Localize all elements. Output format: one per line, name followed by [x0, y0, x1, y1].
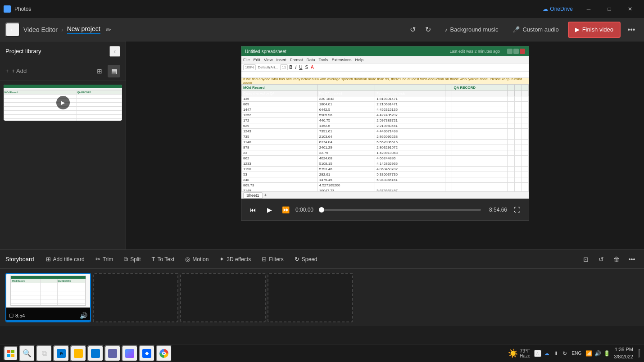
ss-menu-bar: File Edit View Insert Format Data Tools … [241, 56, 529, 63]
ss-close [520, 49, 525, 54]
title-bar-left: Photos [4, 5, 31, 13]
table-row: 214910047.735.675537497 [242, 188, 529, 192]
more-storyboard-button[interactable]: ••• [625, 253, 639, 266]
table-row: 8782461.292.803291572 [242, 145, 529, 150]
table-row: 8624024.084.66244886 [242, 156, 529, 161]
onedrive-label: OneDrive [550, 6, 573, 12]
total-time: 8:54.66 [485, 207, 507, 213]
view-toggle: ⊞ ▤ [93, 65, 120, 77]
table-row: 11905793.464.868453782 [242, 167, 529, 172]
text-icon: T [152, 256, 155, 262]
storyboard-title: Storyboard [5, 256, 34, 262]
finish-icon: ▶ [575, 26, 580, 33]
background-music-button[interactable]: ♪ Background music [439, 22, 503, 38]
teams-icon [108, 349, 117, 358]
taskbar-mail-button[interactable] [87, 345, 104, 362]
storyboard-clip[interactable]: ■ MOd RecordQA RECORD 8691804.01254 1447… [5, 273, 91, 322]
more-options-button[interactable]: ••• [624, 23, 639, 37]
title-bar: Photos ☁ OneDrive ─ □ ✕ [0, 0, 644, 18]
sync-tray-icon: ↻ [561, 350, 568, 357]
fast-forward-button[interactable]: ⏩ [279, 204, 292, 216]
maximize-button[interactable]: □ [599, 0, 620, 18]
window-controls: ☁ OneDrive ─ □ ✕ [543, 0, 640, 18]
table-row: 13525905.964.427485207 [242, 113, 529, 118]
close-button[interactable]: ✕ [620, 0, 640, 18]
clip-duration: ▢ 8:54 [9, 312, 25, 318]
skip-back-button[interactable]: ⏮ [247, 204, 259, 216]
add-media-bar: + + Add ⊞ ▤ [0, 61, 126, 81]
ss-notice-bar: If we find anyone who has accuracy below… [241, 78, 529, 84]
storyboard-placeholder-1 [93, 273, 178, 322]
edit-project-name-icon[interactable]: ✏ [106, 26, 111, 33]
add-title-card-button[interactable]: ⊞ Add title card [41, 253, 89, 266]
speed-button[interactable]: ↻ Speed [290, 253, 322, 266]
show-desktop-button[interactable] [639, 349, 640, 358]
minimize-button[interactable]: ─ [578, 0, 599, 18]
table-row: 12335108.154.142862936 [242, 161, 529, 167]
clip-progress-bar [6, 320, 90, 321]
ss-minimize [507, 49, 512, 54]
filters-button[interactable]: ⊟ Filters [257, 253, 288, 266]
back-button[interactable]: ← [5, 23, 20, 37]
ss-title-bar: Untitled spreadsheet Last edit was 2 min… [241, 46, 529, 56]
undo-redo-controls: ↺ ↻ [406, 23, 435, 37]
ss-window-controls [507, 49, 525, 54]
finish-video-label: Finish video [582, 26, 613, 33]
taskbar-file-explorer-button[interactable] [70, 345, 86, 362]
search-taskbar-button[interactable]: 🔍 [19, 345, 35, 362]
motion-button[interactable]: ◎ Motion [181, 253, 213, 266]
redo-button[interactable]: ↻ [421, 23, 435, 37]
weather-widget[interactable]: ☀️ 79°F Haze [508, 348, 530, 358]
taskbar-chrome-button[interactable] [156, 345, 172, 362]
list-view-button[interactable]: ▤ [108, 65, 120, 77]
video-preview-container: Untitled spreadsheet Last edit was 2 min… [241, 46, 529, 221]
media-grid: MOd Record QA RECORD 8691804.01254 14476… [0, 81, 126, 249]
speed-icon: ↻ [295, 256, 299, 262]
search-icon: 🔍 [23, 349, 32, 357]
taskbar-teams-button[interactable] [104, 345, 121, 362]
play-button[interactable]: ▶ [263, 204, 276, 216]
table-row: 53282.615.336037736 [242, 172, 529, 177]
progress-bar[interactable] [322, 209, 481, 211]
table-row: 2332.751.423913043 [242, 150, 529, 156]
ss-data-table: MOd Record QA RECORD Cases checked b [241, 84, 529, 191]
delete-button[interactable]: 🗑 [610, 253, 623, 266]
crop-button[interactable]: ⊡ [579, 253, 593, 266]
svg-rect-3 [11, 354, 14, 357]
clip-spreadsheet-preview: MOd RecordQA RECORD 8691804.01254 144764… [6, 274, 90, 308]
progress-thumb [319, 207, 324, 213]
mail-icon [91, 349, 100, 358]
fullscreen-button[interactable]: ⛶ [511, 204, 523, 216]
finish-video-button[interactable]: ▶ Finish video [568, 22, 621, 38]
trim-button[interactable]: ✂ Trim [91, 253, 118, 266]
trim-icon: ✂ [95, 256, 100, 262]
split-icon: ⧉ [124, 256, 128, 263]
table-row: 14476442.54.452315135 [242, 107, 529, 113]
tray-expand-button[interactable]: ∧ [534, 350, 541, 357]
text-button[interactable]: T To Text [147, 253, 179, 266]
battery-icon: 🔋 [603, 350, 610, 357]
rotate-button[interactable]: ↺ [594, 253, 608, 266]
media-item[interactable]: MOd Record QA RECORD 8691804.01254 14476… [4, 85, 122, 121]
taskbar-dropbox-button[interactable]: ◆ [139, 345, 155, 362]
start-button[interactable] [4, 346, 18, 361]
motion-label: Motion [192, 256, 209, 262]
preview-area: Untitled spreadsheet Last edit was 2 min… [126, 41, 644, 249]
undo-button[interactable]: ↺ [406, 23, 420, 37]
app-bar: ← Video Editor › New project ✏ ↺ ↻ ♪ Bac… [0, 18, 644, 41]
storyboard-section: Storyboard ⊞ Add title card ✂ Trim ⧉ Spl… [0, 249, 644, 326]
task-view-button[interactable]: ⧉ [36, 345, 52, 362]
table-row: 136220 18421.819301471 [242, 96, 529, 102]
grid-view-button[interactable]: ⊞ [93, 65, 106, 77]
split-button[interactable]: ⧉ Split [119, 253, 145, 266]
collapse-sidebar-button[interactable]: ‹ [109, 46, 120, 57]
taskbar-edge-button[interactable]: e [53, 345, 69, 362]
background-music-label: Background music [450, 26, 498, 33]
motion-icon: ◎ [185, 256, 190, 262]
taskbar-photos-button[interactable] [122, 345, 138, 362]
add-media-button[interactable]: + + Add [5, 68, 27, 74]
clock[interactable]: 1:36 PM 3/8/2022 [614, 346, 633, 360]
3d-effects-button[interactable]: ✦ 3D effects [215, 253, 255, 266]
ss-file-title: Untitled spreadsheet [245, 49, 286, 54]
custom-audio-button[interactable]: 🎤 Custom audio [507, 22, 564, 38]
